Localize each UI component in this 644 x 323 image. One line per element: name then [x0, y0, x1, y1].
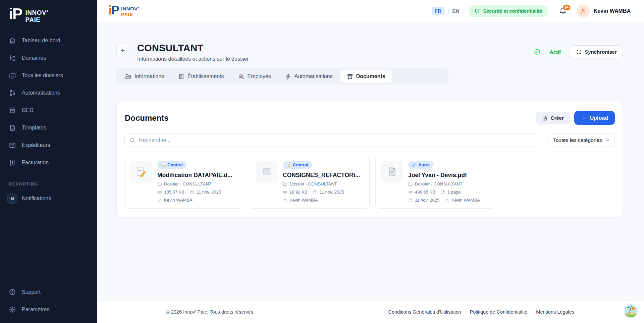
- document-card[interactable]: Contrat CONSIGNES_REFACTORI... Dossier ·…: [250, 155, 370, 209]
- security-badge[interactable]: Sécurité et confidentialité: [469, 5, 548, 17]
- sidebar-item-expediteurs[interactable]: Expéditeurs: [0, 137, 97, 154]
- doc-date: 11 nov. 2025: [408, 198, 439, 203]
- user-icon: [283, 198, 287, 203]
- doc-folder: Dossier · CONSULTANT: [283, 181, 337, 186]
- sidebar-nav: Tableau de bord Domaines Tous les dossie…: [0, 32, 97, 171]
- search-input[interactable]: [139, 137, 535, 143]
- sidebar-item-support[interactable]: Support: [0, 283, 97, 301]
- doc-size: 135.37 KB: [157, 190, 184, 195]
- calendar-icon: [408, 198, 413, 203]
- doc-date: 11 nov. 2025: [313, 190, 344, 195]
- sidebar-item-templates[interactable]: Templates: [0, 119, 97, 137]
- gray-page-thumb-icon: [261, 166, 272, 177]
- calendar-icon: [190, 190, 195, 195]
- sidebar-item-ged[interactable]: GED: [0, 102, 97, 119]
- topbar-logo[interactable]: iP INNOV’ PAIE: [108, 5, 139, 17]
- folder-icon: [408, 182, 413, 186]
- drive-icon: [408, 190, 413, 195]
- logo-mark: iP: [108, 5, 119, 16]
- drive-icon: [283, 190, 287, 195]
- avatar[interactable]: [577, 5, 590, 17]
- user-icon: [157, 198, 162, 203]
- lang-fr-button[interactable]: FR: [432, 7, 444, 15]
- user-icon: [580, 8, 587, 14]
- upload-label: Upload: [590, 115, 608, 121]
- doc-owner: Kevin WAMBA: [445, 198, 480, 203]
- footer-link-legal[interactable]: Mentions Légales: [536, 309, 574, 315]
- category-select[interactable]: Toutes les catégories: [547, 133, 615, 147]
- building-icon: [178, 73, 184, 80]
- logo-wordmark: INNOV’ PAIE: [25, 9, 48, 23]
- tab-automatisations[interactable]: Automatisations: [278, 70, 340, 83]
- user-icon: [445, 198, 449, 203]
- synchronize-button[interactable]: Synchroniser: [570, 45, 623, 58]
- doc-size: 18.92 KB: [283, 190, 308, 195]
- sidebar-item-label: Domaines: [22, 55, 46, 61]
- tab-documents[interactable]: Documents: [340, 70, 392, 83]
- back-button[interactable]: [116, 44, 130, 57]
- sidebar-item-label: Support: [22, 289, 41, 295]
- panel-title: Documents: [125, 113, 169, 123]
- search-box: [124, 133, 540, 147]
- tab-employes[interactable]: Employés: [231, 70, 278, 83]
- logo-wordmark: INNOV’ PAIE: [121, 6, 139, 17]
- sidebar-logo: iP INNOV’ PAIE: [0, 0, 97, 32]
- sidebar-item-tableau-de-bord[interactable]: Tableau de bord: [0, 32, 97, 49]
- palm-tree-icon: [624, 304, 637, 317]
- file-text-icon: [542, 115, 548, 121]
- document-card[interactable]: Autre Joel Yvan - Devis.pdf Dossier · CO…: [375, 155, 495, 209]
- doc-title: Modification DATAPAIE.d...: [157, 172, 232, 178]
- doc-thumbnail: [130, 161, 152, 182]
- sidebar-item-tous-les-dossiers[interactable]: Tous les dossiers: [0, 67, 97, 84]
- sidebar-item-parametres[interactable]: Paramètres: [0, 301, 97, 318]
- sidebar-item-notifications[interactable]: N Notifications: [0, 190, 97, 207]
- sidebar-item-domaines[interactable]: Domaines: [0, 49, 97, 67]
- category-badge: Autre: [408, 161, 433, 169]
- file-text-icon: [9, 124, 16, 131]
- island-widget[interactable]: [624, 304, 637, 317]
- page-title: CONSULTANT: [137, 43, 249, 54]
- sidebar-item-label: Expéditeurs: [22, 142, 50, 148]
- search-icon: [129, 137, 136, 143]
- content-area: CONSULTANT Informations détaillées et ac…: [97, 22, 644, 300]
- category-badge: Contrat: [283, 161, 312, 169]
- folder-open-icon: [125, 73, 131, 80]
- topbar: iP INNOV’ PAIE FR | EN Sécurité et confi…: [97, 0, 644, 22]
- page-subtitle: Informations détaillées et actions sur l…: [137, 56, 249, 62]
- help-icon: [9, 288, 16, 296]
- tab-label: Employés: [248, 73, 271, 79]
- sidebar-item-facturation[interactable]: Facturation: [0, 154, 97, 171]
- footer-link-privacy[interactable]: Politique de Confidentialité: [470, 309, 528, 315]
- sidebar-item-label: Paramètres: [22, 307, 50, 313]
- tab-etablissements[interactable]: Établissements: [171, 70, 231, 83]
- doc-size: 499.65 KB: [408, 190, 435, 195]
- footer-link-cgu[interactable]: Conditions Générales d'Utilisation: [388, 309, 461, 315]
- sidebar-item-label: Tous les dossiers: [22, 72, 63, 78]
- user-name[interactable]: Kevin WAMBA: [594, 8, 631, 14]
- tree-icon: [9, 54, 16, 62]
- memo-icon: [286, 163, 291, 167]
- create-button[interactable]: Créer: [536, 112, 570, 124]
- pdf-page-thumb-icon: [386, 166, 398, 177]
- notifications-bell[interactable]: 9+: [559, 7, 567, 15]
- upload-button[interactable]: Upload: [574, 111, 615, 125]
- document-card[interactable]: Contrat Modification DATAPAIE.d... Dossi…: [124, 155, 244, 209]
- folder-icon: [157, 182, 162, 186]
- lang-en-button[interactable]: EN: [452, 8, 459, 14]
- doc-title: Joel Yvan - Devis.pdf: [408, 172, 480, 178]
- synchronize-label: Synchroniser: [585, 49, 617, 55]
- tab-informations[interactable]: Informations: [118, 70, 171, 83]
- workflow-icon: [9, 89, 16, 97]
- folder-icon: [283, 182, 287, 186]
- arrow-left-icon: [120, 47, 126, 53]
- category-label: Contrat: [293, 162, 308, 167]
- sync-icon: [576, 49, 582, 55]
- memo-thumb-icon: [136, 166, 147, 177]
- sidebar: iP INNOV’ PAIE Tableau de bord Domaines …: [0, 0, 97, 323]
- gear-icon: [9, 306, 16, 313]
- archive-icon: [347, 73, 353, 80]
- memo-icon: [161, 163, 165, 167]
- sidebar-item-automatisations[interactable]: Automatisations: [0, 84, 97, 102]
- sidebar-item-label: Automatisations: [22, 90, 60, 96]
- zap-icon: [285, 73, 291, 80]
